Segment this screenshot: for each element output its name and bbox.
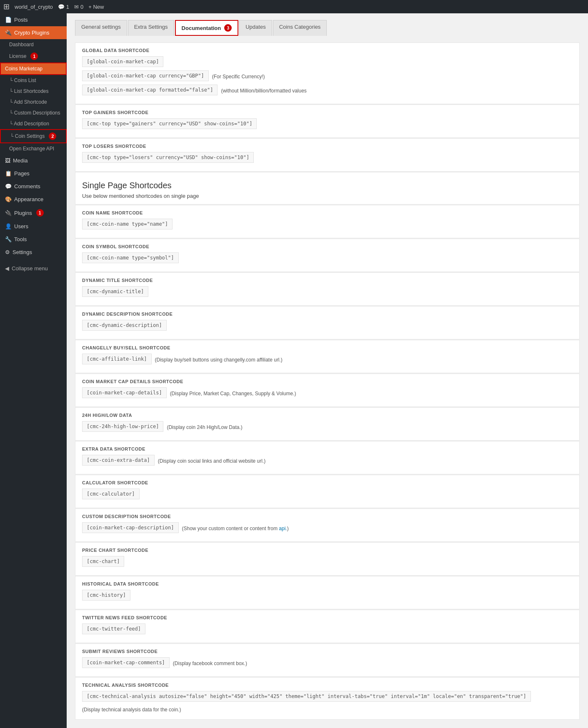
sidebar-item-appearance[interactable]: 🎨 Appearance [0,193,67,206]
single-page-header: Single Page Shortcodes Use below mention… [75,172,580,204]
technical-analysis-section: TECHNICAL ANALYSIS SHORTCODE [cmc-techni… [75,677,580,720]
custom-description-shortcode: [coin-market-cap-description] (Show your… [82,522,573,535]
users-icon: 👤 [5,223,12,229]
calculator-shortcode: [cmc-calculator] [82,489,573,501]
documentation-badge: 3 [224,24,232,32]
add-shortcode-label: └ Add Shortcode [9,99,47,105]
price-chart-shortcode: [cmc-chart] [82,556,573,568]
tab-documentation[interactable]: Documentation 3 [175,20,239,36]
sidebar-item-license[interactable]: License 1 [0,50,67,62]
submit-reviews-desc: (Display facebook comment box.) [173,661,247,666]
calculator-section: CALCULATOR SHORTCODE [cmc-calculator] [75,475,580,508]
tab-updates[interactable]: Updates [239,20,272,36]
sidebar-item-dashboard[interactable]: Dashboard [0,39,67,50]
main-content: General settings Extra Settings Document… [67,13,588,728]
documentation-tab-label: Documentation [182,25,221,31]
custom-description-section: CUSTOM DESCRIPTION SHORTCODE [coin-marke… [75,509,580,542]
coin-name-title: COIN NAME SHORTCODE [82,210,573,215]
tab-coins-categories[interactable]: Coins Categories [273,20,327,36]
custom-descriptions-label: └ Custom Descriptions [9,110,60,116]
appearance-label: Appearance [14,196,43,202]
global-shortcode-code-3[interactable]: [global-coin-market-cap formatted="false… [82,85,218,95]
tab-extra-settings[interactable]: Extra Settings [128,20,174,36]
extra-data-title: EXTRA DATA SHORTCODE [82,446,573,451]
coin-settings-label: └ Coin Settings [10,133,45,139]
comments-count-item[interactable]: 💬 1 [58,4,69,10]
coin-symbol-code[interactable]: [cmc-coin-name type="symbol"] [82,252,179,263]
global-shortcode-3: [global-coin-market-cap formatted="false… [82,85,573,97]
tab-general-settings[interactable]: General settings [75,20,127,36]
coins-marketcap-label: Coins Marketcap [5,66,43,72]
comments-label: Comments [14,183,40,189]
coin-market-cap-details-shortcode: [coin-market-cap-details] (Display Price… [82,387,573,400]
sidebar-item-coin-settings[interactable]: └ Coin Settings 2 [0,129,67,143]
coin-market-cap-details-code[interactable]: [coin-market-cap-details] [82,387,167,398]
changelly-code[interactable]: [cmc-affiliate-link] [82,354,152,364]
custom-description-code[interactable]: [coin-market-cap-description] [82,522,179,533]
new-content-button[interactable]: + New [88,4,104,10]
settings-icon: ⚙ [5,249,10,255]
submit-reviews-code[interactable]: [coin-market-cap-comments] [82,657,170,668]
coins-list-label: └ Coins List [9,77,36,83]
global-shortcode-code-1[interactable]: [global-coin-market-cap] [82,56,163,67]
settings-label: Settings [13,249,32,255]
sidebar-item-list-shortcodes[interactable]: └ List Shortcodes [0,86,67,97]
site-name[interactable]: world_of_crypto [15,4,53,10]
top-losers-code[interactable]: [cmc-top type="losers" currency="USD" sh… [82,152,254,163]
price-chart-code[interactable]: [cmc-chart] [82,556,124,567]
sidebar-item-posts[interactable]: 📄 Posts [0,13,67,26]
sidebar-collapse-menu[interactable]: ◀ Collapse menu [0,262,67,275]
high-low-shortcode: [cmc-24h-high-low-price] (Display coin 2… [82,421,573,434]
global-shortcode-desc-3: (without Million/billion/formatted value… [221,88,306,94]
sidebar-item-crypto-plugins[interactable]: 🔌 Crypto Plugins [0,26,67,39]
dynamic-title-shortcode: [cmc-dynamic-title] [82,286,573,299]
comments-badge: 1 [66,4,69,10]
sidebar-item-tools[interactable]: 🔧 Tools [0,233,67,246]
historical-data-code[interactable]: [cmc-history] [82,590,130,601]
admin-bar: ⊞ world_of_crypto 💬 1 ✉ 0 + New [0,0,588,13]
extra-data-code[interactable]: [cmc-coin-extra-data] [82,455,155,466]
list-shortcodes-label: └ List Shortcodes [9,88,49,94]
sidebar-item-open-exchange[interactable]: Open Exchange API [0,143,67,154]
calculator-code[interactable]: [cmc-calculator] [82,489,140,499]
global-data-title: GLOBAL DATA SHORTCODE [82,48,573,53]
top-gainers-code[interactable]: [cmc-top type="gainers" currency="USD" s… [82,118,257,129]
dynamic-description-section: DYNAMIC DESCRIPTION SHORTCODE [cmc-dynam… [75,306,580,339]
tools-icon: 🔧 [5,236,12,242]
sidebar-item-comments[interactable]: 💬 Comments [0,180,67,193]
dynamic-title-code[interactable]: [cmc-dynamic-title] [82,286,148,297]
sidebar-item-settings[interactable]: ⚙ Settings [0,246,67,259]
historical-data-title: HISTORICAL DATA SHORTCODE [82,581,573,586]
pages-icon: 📋 [5,170,12,177]
messages-item[interactable]: ✉ 0 [74,4,83,10]
dynamic-description-code[interactable]: [cmc-dynamic-description] [82,320,167,331]
high-low-desc: (Display coin 24h High/Low Data.) [167,424,242,430]
high-low-code[interactable]: [cmc-24h-high-low-price] [82,421,163,432]
technical-analysis-code[interactable]: [cmc-technical-analysis autosize="false"… [82,691,531,702]
sidebar-item-media[interactable]: 🖼 Media [0,154,67,167]
price-chart-title: PRICE CHART SHORTCODE [82,548,573,553]
submit-reviews-section: SUBMIT REVIEWS SHORTCODE [coin-market-ca… [75,643,580,677]
submit-reviews-title: SUBMIT REVIEWS SHORTCODE [82,649,573,654]
add-description-label: └ Add Description [9,121,49,127]
sidebar-item-add-description[interactable]: └ Add Description [0,118,67,129]
global-shortcode-code-2[interactable]: [global-coin-market-cap currency="GBP"] [82,70,209,81]
sidebar-item-custom-descriptions[interactable]: └ Custom Descriptions [0,107,67,118]
plugins-icon: 🔌 [5,210,12,216]
twitter-news-code[interactable]: [cmc-twitter-feed] [82,623,145,634]
coin-name-code[interactable]: [cmc-coin-name type="name"] [82,219,173,229]
comment-icon: 💬 [58,4,65,10]
twitter-news-section: TWITTER NEWS FEED SHORTCODE [cmc-twitter… [75,610,580,643]
sidebar-item-pages[interactable]: 📋 Pages [0,167,67,180]
global-shortcode-1: [global-coin-market-cap] [82,56,573,69]
technical-analysis-shortcode: [cmc-technical-analysis autosize="false"… [82,691,573,713]
sidebar-item-coins-marketcap[interactable]: Coins Marketcap [0,62,67,75]
sidebar-item-plugins[interactable]: 🔌 Plugins 1 [0,206,67,220]
sidebar-item-coins-list[interactable]: └ Coins List [0,75,67,86]
sidebar-item-users[interactable]: 👤 Users [0,220,67,233]
historical-data-shortcode: [cmc-history] [82,590,573,602]
coin-name-shortcode: [cmc-coin-name type="name"] [82,219,573,231]
pages-label: Pages [14,170,30,177]
license-label: License [9,53,26,59]
sidebar-item-add-shortcode[interactable]: └ Add Shortcode [0,97,67,107]
